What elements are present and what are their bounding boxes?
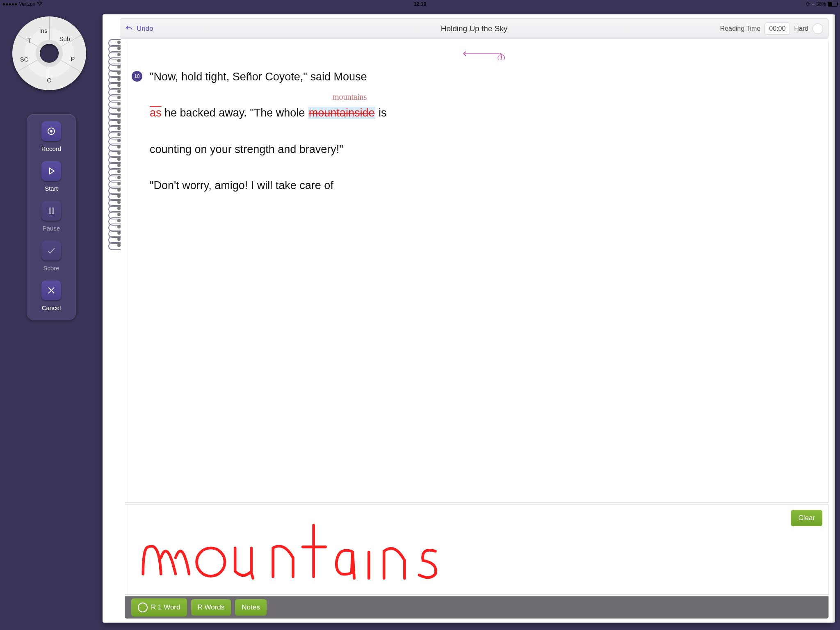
svg-marker-3 [50,168,54,174]
svg-point-2 [50,130,52,132]
wheel-seg-ins[interactable]: Ins [39,27,48,34]
undo-label: Undo [137,25,153,33]
text-line-3[interactable]: counting on your strength and bravery!" [150,143,343,155]
record-label: Record [41,145,61,152]
substitution-word[interactable]: mountains [333,91,367,103]
score-button[interactable]: Score [27,241,76,272]
wheel-seg-o[interactable]: O [47,76,52,83]
spiral-binding: document.write(Array.from({length:34}).m… [108,41,123,394]
start-label: Start [45,185,58,192]
wheel-seg-p[interactable]: P [71,55,75,62]
text-line-4[interactable]: "Don't worry, amigo! I will take care of [150,179,333,192]
wifi-icon [37,1,43,7]
side-toolbar: Record Start Pause Score Cancel [27,114,76,320]
cancel-label: Cancel [42,304,61,311]
score-label: Score [43,265,59,272]
line-number-badge: 10 [132,71,142,82]
carrier-label: Verizon [19,1,35,7]
start-button[interactable]: Start [27,161,76,192]
notebook: document.write(Array.from({length:34}).m… [103,14,525,394]
wheel-hub[interactable] [40,44,59,63]
svg-point-0 [39,5,40,6]
status-bar: ●●●●● Verizon 12:19 ⟳ ⌁ 38% [0,0,525,8]
pause-label: Pause [43,225,60,232]
svg-rect-4 [49,208,51,214]
text-line-2b[interactable]: is [375,107,386,119]
wheel-seg-sub[interactable]: Sub [59,35,70,42]
clock: 12:19 [414,1,427,7]
error-wheel: Ins Sub T P SC O [12,16,86,90]
signal-dots-icon: ●●●●● [2,1,17,7]
wheel-seg-sc[interactable]: SC [20,56,28,63]
error-word-as[interactable]: as [150,107,162,119]
text-line-2a[interactable]: he backed away. "The whole [162,107,308,119]
page-title: Holding Up the Sky [441,24,508,33]
svg-text:1: 1 [500,56,502,59]
cancel-button[interactable]: Cancel [27,281,76,311]
page-toolbar: Undo Holding Up the Sky Reading Time 00:… [120,18,525,39]
record-button[interactable]: Record [27,121,76,152]
svg-rect-5 [52,208,54,214]
pause-button[interactable]: Pause [27,201,76,232]
text-line-1[interactable]: "Now, hold tight, Señor Coyote," said Mo… [150,71,367,83]
error-word-mountainside[interactable]: mountainside [308,107,376,119]
reading-page[interactable]: 1 10 "Now, hold tight, Señor Coyote," sa… [125,41,525,394]
undo-button[interactable]: Undo [125,25,153,33]
return-marker: 1 [460,47,509,61]
wheel-seg-t[interactable]: T [27,37,31,43]
